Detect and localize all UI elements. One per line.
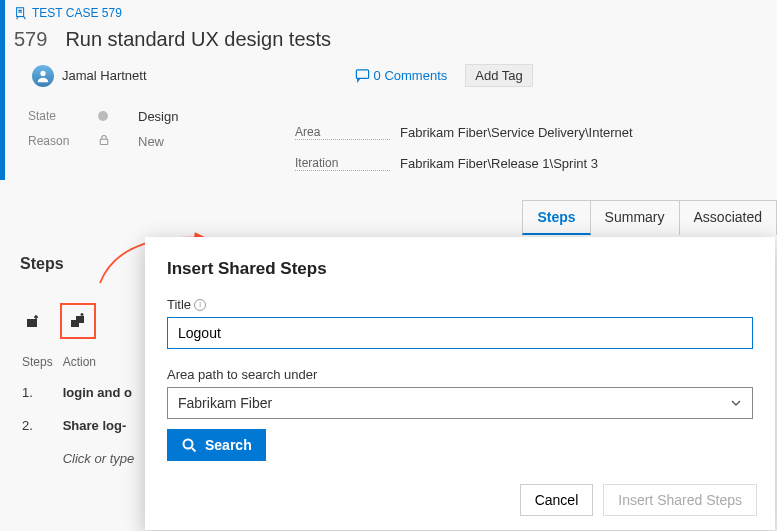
search-icon: [181, 437, 197, 453]
svg-rect-3: [100, 139, 108, 144]
step-num: 1.: [22, 377, 61, 408]
step-hint[interactable]: Click or type: [63, 443, 143, 474]
dialog-title: Insert Shared Steps: [167, 259, 753, 279]
cancel-button[interactable]: Cancel: [520, 484, 594, 516]
state-dot-icon: [98, 111, 108, 121]
state-label: State: [28, 109, 88, 124]
breadcrumb[interactable]: TEST CASE 579: [14, 0, 777, 20]
item-id: 579: [14, 28, 47, 51]
insert-shared-steps-icon: [70, 313, 86, 329]
svg-rect-6: [76, 316, 84, 323]
lock-icon: [98, 134, 110, 146]
iteration-value[interactable]: Fabrikam Fiber\Release 1\Sprint 3: [400, 156, 633, 171]
area-value[interactable]: Fabrikam Fiber\Service Delivery\Internet: [400, 125, 633, 140]
info-icon[interactable]: i: [194, 299, 206, 311]
table-row[interactable]: 2. Share log-: [22, 410, 142, 441]
chevron-down-icon: [730, 397, 742, 409]
svg-point-1: [40, 70, 45, 75]
area-path-value: Fabrikam Fiber: [178, 395, 272, 411]
area-label: Area: [295, 125, 390, 140]
area-field-label: Area path to search under: [167, 367, 317, 382]
tab-associated[interactable]: Associated: [680, 200, 777, 235]
svg-rect-4: [27, 319, 37, 327]
insert-button: Insert Shared Steps: [603, 484, 757, 516]
step-num: 2.: [22, 410, 61, 441]
insert-shared-steps-dialog: Insert Shared Steps Title i Area path to…: [145, 237, 775, 530]
search-button[interactable]: Search: [167, 429, 266, 461]
col-steps: Steps: [22, 349, 61, 375]
tab-summary[interactable]: Summary: [591, 200, 680, 235]
comment-icon: [355, 68, 370, 83]
step-action: Share log-: [63, 410, 143, 441]
search-button-label: Search: [205, 437, 252, 453]
comments-label: 0 Comments: [374, 68, 448, 83]
tab-steps[interactable]: Steps: [522, 200, 590, 235]
add-step-button[interactable]: [20, 308, 46, 334]
add-tag-button[interactable]: Add Tag: [465, 64, 532, 87]
area-path-select[interactable]: Fabrikam Fiber: [167, 387, 753, 419]
svg-rect-2: [356, 70, 368, 78]
state-value[interactable]: Design: [138, 109, 777, 124]
avatar[interactable]: [32, 65, 54, 87]
reason-label: Reason: [28, 134, 88, 149]
table-row[interactable]: 1. login and o: [22, 377, 142, 408]
iteration-label: Iteration: [295, 156, 390, 171]
steps-heading: Steps: [20, 255, 145, 273]
add-step-icon: [25, 313, 41, 329]
title-field-label: Title: [167, 297, 191, 312]
owner-name: Jamal Hartnett: [62, 68, 147, 83]
page-title: Run standard UX design tests: [65, 28, 331, 51]
comments-link[interactable]: 0 Comments: [355, 68, 448, 83]
insert-shared-steps-button[interactable]: [60, 303, 96, 339]
test-case-icon: [14, 6, 28, 20]
step-action: login and o: [63, 377, 143, 408]
breadcrumb-label: TEST CASE 579: [32, 6, 122, 20]
svg-point-7: [184, 440, 193, 449]
col-action: Action: [63, 349, 143, 375]
title-input[interactable]: [167, 317, 753, 349]
